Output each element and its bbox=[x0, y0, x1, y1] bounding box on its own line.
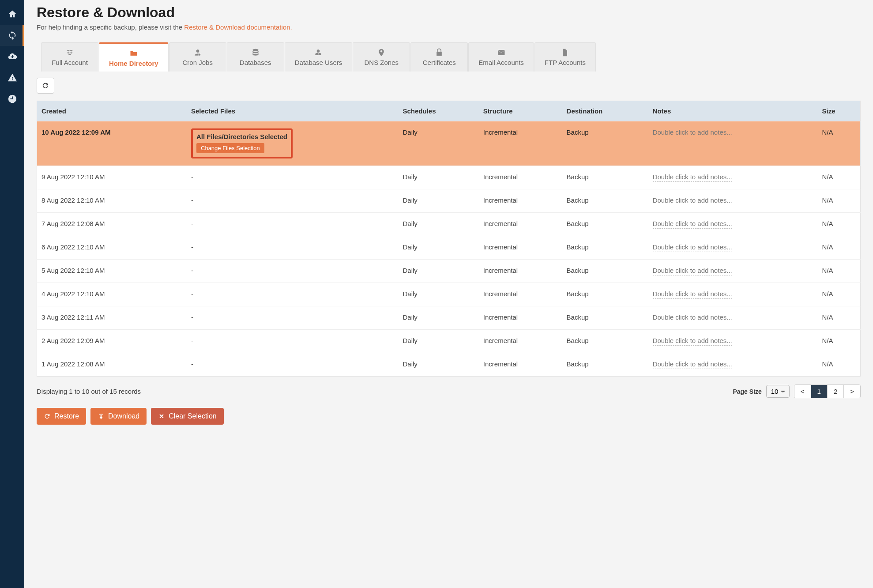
sidebar-item-alert-icon[interactable] bbox=[0, 67, 24, 88]
cell-schedules: Daily bbox=[399, 353, 479, 377]
page-size-select[interactable]: 10 bbox=[766, 385, 790, 398]
tab-label: DNS Zones bbox=[363, 59, 400, 66]
cell-notes: Double click to add notes... bbox=[648, 166, 818, 189]
table-row[interactable]: 2 Aug 2022 12:09 AM-DailyIncrementalBack… bbox=[37, 330, 861, 353]
sidebar-item-cloud-download-icon[interactable] bbox=[0, 46, 24, 67]
notes-field[interactable]: Double click to add notes... bbox=[653, 360, 732, 369]
cell-created: 5 Aug 2022 12:10 AM bbox=[37, 260, 187, 283]
page-btn-<[interactable]: < bbox=[794, 385, 811, 398]
restore-label: Restore bbox=[54, 412, 79, 420]
sidebar-item-home-icon[interactable] bbox=[0, 4, 24, 25]
cell-created: 8 Aug 2022 12:10 AM bbox=[37, 189, 187, 213]
table-row[interactable]: 8 Aug 2022 12:10 AM-DailyIncrementalBack… bbox=[37, 189, 861, 213]
file-icon bbox=[561, 48, 569, 57]
highlight-selected-files: All Files/Directories SelectedChange Fil… bbox=[191, 128, 293, 158]
table-row[interactable]: 6 Aug 2022 12:10 AM-DailyIncrementalBack… bbox=[37, 236, 861, 260]
tabs-bar: Full AccountHome DirectoryCron JobsDatab… bbox=[41, 42, 861, 72]
cell-structure: Incremental bbox=[479, 260, 562, 283]
notes-field[interactable]: Double click to add notes... bbox=[653, 337, 732, 346]
cell-created: 9 Aug 2022 12:10 AM bbox=[37, 166, 187, 189]
cell-notes: Double click to add notes... bbox=[648, 260, 818, 283]
cell-size: N/A bbox=[818, 236, 861, 260]
cell-notes: Double click to add notes... bbox=[648, 330, 818, 353]
tab-dns-zones[interactable]: DNS Zones bbox=[353, 42, 410, 72]
cell-structure: Incremental bbox=[479, 166, 562, 189]
lock-icon bbox=[435, 48, 444, 57]
notes-field[interactable]: Double click to add notes... bbox=[653, 267, 732, 275]
help-text: For help finding a specific backup, plea… bbox=[37, 23, 184, 31]
table-row[interactable]: 5 Aug 2022 12:10 AM-DailyIncrementalBack… bbox=[37, 260, 861, 283]
cell-size: N/A bbox=[818, 189, 861, 213]
page-size-label: Page Size bbox=[733, 388, 761, 395]
cell-created: 6 Aug 2022 12:10 AM bbox=[37, 236, 187, 260]
notes-field[interactable]: Double click to add notes... bbox=[653, 243, 732, 252]
sync-icon bbox=[8, 30, 17, 40]
tab-label: Certificates bbox=[421, 59, 458, 66]
notes-field[interactable]: Double click to add notes... bbox=[653, 173, 732, 182]
clear-selection-button[interactable]: Clear Selection bbox=[151, 408, 224, 425]
change-files-button[interactable]: Change Files Selection bbox=[196, 143, 264, 153]
user-gear-icon bbox=[193, 48, 202, 57]
tab-label: Cron Jobs bbox=[179, 59, 216, 66]
sidebar-item-sync-icon[interactable] bbox=[0, 25, 24, 46]
record-count: Displaying 1 to 10 out of 15 records bbox=[37, 388, 141, 395]
table-row[interactable]: 4 Aug 2022 12:10 AM-DailyIncrementalBack… bbox=[37, 283, 861, 306]
notes-field[interactable]: Double click to add notes... bbox=[653, 196, 732, 205]
cell-schedules: Daily bbox=[399, 189, 479, 213]
cell-destination: Backup bbox=[562, 260, 648, 283]
restore-icon bbox=[44, 413, 51, 420]
tab-cron-jobs[interactable]: Cron Jobs bbox=[169, 42, 226, 72]
cell-notes: Double click to add notes... bbox=[648, 236, 818, 260]
cell-created: 10 Aug 2022 12:09 AM bbox=[37, 121, 187, 166]
cell-structure: Incremental bbox=[479, 189, 562, 213]
tab-ftp-accounts[interactable]: FTP Accounts bbox=[534, 42, 596, 72]
cell-selected-files: - bbox=[187, 283, 398, 306]
tab-databases[interactable]: Databases bbox=[227, 42, 284, 72]
cell-notes: Double click to add notes... bbox=[648, 189, 818, 213]
tab-home-directory[interactable]: Home Directory bbox=[99, 42, 169, 72]
cell-destination: Backup bbox=[562, 166, 648, 189]
sidebar-item-clock-icon[interactable] bbox=[0, 88, 24, 109]
close-icon bbox=[158, 413, 165, 420]
restore-button[interactable]: Restore bbox=[37, 408, 86, 425]
notes-field[interactable]: Double click to add notes... bbox=[653, 290, 732, 299]
cell-selected-files: - bbox=[187, 166, 398, 189]
cell-destination: Backup bbox=[562, 283, 648, 306]
tab-full-account[interactable]: Full Account bbox=[41, 42, 98, 72]
help-link[interactable]: Restore & Download documentation. bbox=[184, 23, 292, 31]
notes-field[interactable]: Double click to add notes... bbox=[653, 220, 732, 229]
tab-label: Home Directory bbox=[109, 60, 158, 67]
cell-schedules: Daily bbox=[399, 166, 479, 189]
page-btn-1[interactable]: 1 bbox=[811, 385, 828, 398]
download-icon bbox=[98, 413, 105, 420]
cloud-download-icon bbox=[8, 52, 17, 61]
table-row[interactable]: 3 Aug 2022 12:11 AM-DailyIncrementalBack… bbox=[37, 306, 861, 330]
table-row[interactable]: 10 Aug 2022 12:09 AMAll Files/Directorie… bbox=[37, 121, 861, 166]
tab-email-accounts[interactable]: Email Accounts bbox=[468, 42, 534, 72]
page-title: Restore & Download bbox=[37, 4, 861, 21]
cell-structure: Incremental bbox=[479, 283, 562, 306]
cell-schedules: Daily bbox=[399, 121, 479, 166]
cell-selected-files: - bbox=[187, 306, 398, 330]
table-row[interactable]: 7 Aug 2022 12:08 AM-DailyIncrementalBack… bbox=[37, 213, 861, 236]
cell-created: 4 Aug 2022 12:10 AM bbox=[37, 283, 187, 306]
cell-notes: Double click to add notes... bbox=[648, 353, 818, 377]
refresh-icon bbox=[41, 82, 49, 90]
col-schedules: Schedules bbox=[399, 101, 479, 121]
page-btn-2[interactable]: 2 bbox=[828, 385, 844, 398]
notes-field[interactable]: Double click to add notes... bbox=[653, 313, 732, 322]
user-tie-icon bbox=[314, 48, 323, 57]
refresh-button[interactable] bbox=[37, 78, 54, 94]
cell-size: N/A bbox=[818, 260, 861, 283]
table-row[interactable]: 9 Aug 2022 12:10 AM-DailyIncrementalBack… bbox=[37, 166, 861, 189]
download-button[interactable]: Download bbox=[90, 408, 147, 425]
clock-icon bbox=[8, 94, 17, 104]
table-row[interactable]: 1 Aug 2022 12:08 AM-DailyIncrementalBack… bbox=[37, 353, 861, 377]
tab-database-users[interactable]: Database Users bbox=[285, 42, 353, 72]
notes-field[interactable]: Double click to add notes... bbox=[653, 128, 732, 137]
tab-certificates[interactable]: Certificates bbox=[410, 42, 468, 72]
page-btn->[interactable]: > bbox=[844, 385, 860, 398]
cell-schedules: Daily bbox=[399, 330, 479, 353]
cell-destination: Backup bbox=[562, 121, 648, 166]
cell-schedules: Daily bbox=[399, 283, 479, 306]
